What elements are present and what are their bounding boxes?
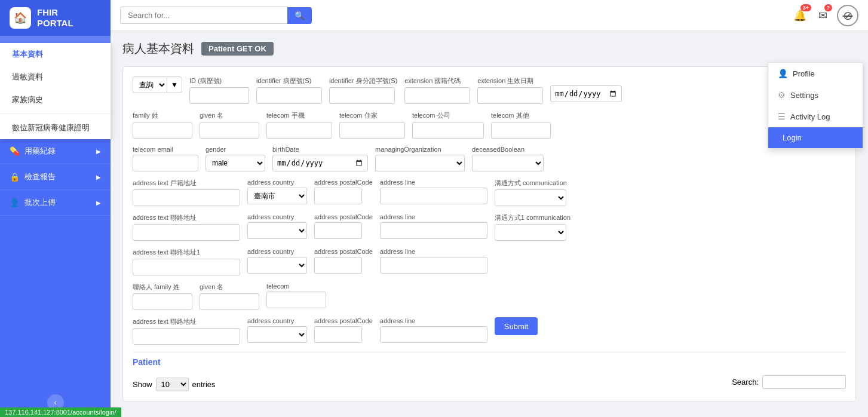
contact-address-line-input[interactable]: 小東路OO號 [380,326,487,343]
submenu-item-family[interactable]: 家族病史 [0,88,111,111]
dropdown-item-profile[interactable]: 👤 Profile [768,63,863,84]
form-row-1: 查詢 ▼ ID (病歷號) identifier 病歷號(S) identifi… [133,76,846,104]
telecom-mobile-input[interactable] [266,122,332,139]
submenu-item-basic[interactable]: 基本資料 [0,43,111,66]
contact-address-postal-input[interactable]: 704 [314,326,362,343]
form-group-address-contact1-postal: address postalCode 704 [314,248,373,274]
given-input[interactable] [200,122,259,139]
report-icon: 🔒 [10,172,20,182]
contact-address-country-label: address country [247,317,307,324]
submit-button[interactable]: Submit [495,317,538,335]
form-group-identifier1: identifier 病歷號(S) [256,76,322,104]
telecom-other-label: telecom 其他 [491,111,551,120]
address-contact-postal-input[interactable]: 704 [314,222,362,239]
form-group-contact-address-line: address line 小東路OO號 [380,317,487,343]
entries-select[interactable]: 10 25 50 [156,378,189,391]
form-group-telecom-mobile: telecom 手機 [266,111,332,139]
communication1-label: 溝通方式1 communication [495,213,571,222]
submenu-item-covid[interactable]: 數位新冠病毒健康證明 [0,116,111,139]
form-group-given: given 名 [200,111,259,139]
id-input[interactable] [189,87,249,104]
form-area: 查詢 ▼ ID (病歷號) identifier 病歷號(S) identifi… [122,66,856,401]
email-input[interactable] [133,155,198,171]
dropdown-item-activity[interactable]: ☰ Activity Log [768,106,863,127]
birthdate-input[interactable] [272,155,368,171]
form-group-birthdate: birthDate [272,146,368,171]
medicine-icon: 💊 [10,146,20,156]
identifier1-label: identifier 病歷號(S) [256,76,322,85]
dropdown-item-settings[interactable]: ⚙ Settings [768,84,863,106]
form-row-4: address text 戶籍地址 000 台南市OO號 address cou… [133,179,846,206]
status-bar: 137.116.141.127:8001/accounts/login/ [0,407,121,417]
address-contact-line-input[interactable]: 小東路OO號 [380,222,487,239]
main-area: 🔍 🔔 3+ ✉ ? ⊘ 👤 Profile ⚙ S [111,0,868,417]
query-select[interactable]: 查詢 [133,76,167,93]
submenu-item-allergy[interactable]: 過敏資料 [0,66,111,88]
search-button[interactable]: 🔍 [287,7,312,24]
address-contact-input[interactable]: 000 台南市OO號 [133,224,240,241]
form-group-address-home-country: address country 臺南市 [247,179,307,204]
address-contact1-country-select[interactable] [247,257,307,274]
communication-select[interactable] [495,189,566,206]
date-input[interactable] [550,85,622,102]
section-divider [133,352,846,352]
contact-address-line-label: address line [380,317,487,324]
address-home-line-input[interactable]: 小東路OO號 [380,188,487,204]
table-search-input[interactable] [762,375,846,389]
address-contact1-line-input[interactable]: 小東路OO號 [380,257,487,274]
telecom-company-label: telecom 公司 [412,111,484,120]
report-arrow: ▶ [96,174,101,180]
search-input[interactable] [120,7,287,24]
contact-given-input[interactable] [200,293,259,310]
logo-icon: 🏠 [10,7,31,29]
address-contact1-postal-input[interactable]: 704 [314,257,362,274]
sidebar-item-upload[interactable]: 👤 批次上傳 ▶ [0,190,111,215]
notification-button[interactable]: 🔔 3+ [791,7,809,24]
header: 🔍 🔔 3+ ✉ ? ⊘ [111,0,868,31]
telecom-other-input[interactable] [491,122,551,139]
form-group-identifier2: identifier 身分證字號(S) [329,76,397,104]
gender-select[interactable]: male female other [206,155,265,171]
identifier1-input[interactable] [256,87,322,104]
extension1-input[interactable] [404,87,470,104]
sidebar-item-report[interactable]: 🔒 檢查報告 ▶ [0,164,111,189]
form-group-communication: 溝通方式 communication [495,179,567,206]
avatar-button[interactable]: ⊘ [837,5,858,26]
extension2-input[interactable] [477,87,543,104]
telecom-company-input[interactable] [412,122,484,139]
form-group-address-contact1-line: address line 小東路OO號 [380,248,487,274]
address-home-postal-input[interactable]: 704 [314,188,362,204]
contact-family-input[interactable] [133,293,192,310]
form-group-deceased: deceasedBoolean [472,146,544,171]
address-home-input[interactable]: 000 台南市OO號 [133,189,240,206]
address-home-country-select[interactable]: 臺南市 [247,188,307,204]
managing-org-label: managingOrganization [375,146,465,153]
sidebar-item-medicine[interactable]: 💊 用藥紀錄 ▶ [0,139,111,164]
sidebar-section-report: 🔒 檢查報告 ▶ [0,164,111,190]
contact-address-country-select[interactable] [247,326,307,343]
address-contact-country-select[interactable] [247,222,307,239]
form-group-email: telecom email [133,146,198,171]
table-search: Search: [732,375,846,389]
patient-submenu: 基本資料 過敏資料 家族病史 數位新冠病毒健康證明 [0,43,111,139]
telecom-home-input[interactable] [339,122,405,139]
address-home-country-label: address country [247,179,307,186]
deceased-select[interactable] [472,155,544,171]
message-button[interactable]: ✉ ? [816,7,830,24]
address-contact-country-label: address country [247,213,307,220]
sidebar-item-label-upload: 批次上傳 [24,197,56,208]
query-dropdown-btn[interactable]: ▼ [167,76,182,93]
contact-address-input[interactable]: 000 台南市OO號 [133,328,240,345]
communication1-select[interactable] [495,224,566,241]
avatar-icon: ⊘ [843,8,853,23]
managing-org-select[interactable] [375,155,465,171]
family-input[interactable] [133,122,192,139]
dropdown-item-login[interactable]: Login [768,127,863,148]
address-contact1-input[interactable]: 000 台南市OO號 [133,259,240,275]
contact-telecom-input[interactable] [266,292,326,308]
address-contact-postal-label: address postalCode [314,213,373,220]
dropdown-label-settings: Settings [790,91,818,100]
identifier2-input[interactable] [329,87,395,104]
settings-icon: ⚙ [778,90,786,100]
dropdown-label-profile: Profile [793,69,815,78]
